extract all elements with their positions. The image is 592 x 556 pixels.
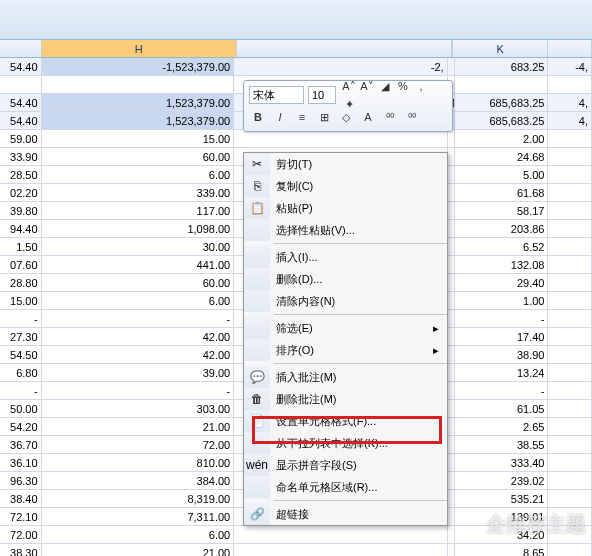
cell[interactable] [448, 58, 455, 75]
cell[interactable] [548, 256, 592, 273]
font-size-select[interactable] [308, 86, 336, 104]
cell[interactable] [548, 364, 592, 381]
cell[interactable]: 303.00 [42, 400, 235, 417]
cell[interactable] [548, 202, 592, 219]
cell[interactable]: 4, [548, 112, 592, 129]
cell[interactable] [548, 508, 592, 525]
cell[interactable]: 6.00 [42, 526, 235, 543]
menu-item[interactable]: 💬插入批注(M) [244, 366, 447, 388]
toolbar-button[interactable]: ⁰⁰ [381, 108, 399, 126]
cell[interactable]: 6.52 [455, 238, 549, 255]
cell[interactable] [548, 148, 592, 165]
cell[interactable] [234, 544, 447, 556]
cell[interactable] [448, 184, 455, 201]
menu-item[interactable]: ⎘复制(C) [244, 175, 447, 197]
cell[interactable] [548, 328, 592, 345]
cell[interactable]: 72.00 [0, 526, 42, 543]
cell[interactable] [448, 382, 455, 399]
menu-item[interactable]: 选择性粘贴(V)... [244, 219, 447, 241]
cell[interactable] [448, 130, 455, 147]
cell[interactable]: 139.01 [455, 508, 549, 525]
cell[interactable]: 2.65 [455, 418, 549, 435]
menu-item[interactable]: 插入(I)... [244, 246, 447, 268]
toolbar-button[interactable]: ◇ [337, 108, 355, 126]
menu-item[interactable]: 筛选(E)▸ [244, 317, 447, 339]
cell[interactable]: 24.68 [455, 148, 549, 165]
cell[interactable] [548, 346, 592, 363]
column-header[interactable]: H [42, 40, 237, 57]
toolbar-button[interactable]: I [271, 108, 289, 126]
cell[interactable] [448, 364, 455, 381]
toolbar-button[interactable]: ⊞ [315, 108, 333, 126]
cell[interactable]: - [455, 382, 549, 399]
cell[interactable]: - [0, 310, 42, 327]
cell[interactable] [548, 220, 592, 237]
toolbar-button[interactable]: A˄ [340, 77, 358, 95]
menu-item[interactable]: 清除内容(N) [244, 290, 447, 312]
cell[interactable]: 239.02 [455, 472, 549, 489]
cell[interactable] [548, 400, 592, 417]
cell[interactable]: 810.00 [42, 454, 235, 471]
cell[interactable]: 29.40 [455, 274, 549, 291]
cell[interactable] [548, 472, 592, 489]
cell[interactable]: 685,683.25 [455, 94, 549, 111]
cell[interactable]: 39.80 [0, 202, 42, 219]
cell[interactable] [448, 508, 455, 525]
cell[interactable]: 72.00 [42, 436, 235, 453]
cell[interactable] [548, 490, 592, 507]
cell[interactable] [448, 400, 455, 417]
cell[interactable] [448, 328, 455, 345]
cell[interactable] [448, 346, 455, 363]
cell[interactable]: 60.00 [42, 148, 235, 165]
cell[interactable] [0, 76, 42, 93]
cell[interactable]: 683.25 [455, 58, 549, 75]
cell[interactable] [234, 130, 447, 147]
cell[interactable] [448, 256, 455, 273]
cell[interactable]: - [42, 382, 235, 399]
cell[interactable]: 50.00 [0, 400, 42, 417]
cell[interactable]: 58.17 [455, 202, 549, 219]
cell[interactable] [448, 274, 455, 291]
cell[interactable] [448, 526, 455, 543]
cell[interactable]: 6.80 [0, 364, 42, 381]
cell[interactable]: 4, [548, 94, 592, 111]
cell[interactable]: 21.00 [42, 418, 235, 435]
cell[interactable]: 30.00 [42, 238, 235, 255]
cell[interactable]: 15.00 [42, 130, 235, 147]
cell[interactable] [42, 76, 235, 93]
cell[interactable] [455, 76, 549, 93]
cell[interactable]: 1.00 [455, 292, 549, 309]
table-row[interactable]: 38.3021.008.65 [0, 544, 592, 556]
cell[interactable]: 54.50 [0, 346, 42, 363]
cell[interactable] [548, 130, 592, 147]
cell[interactable]: 21.00 [42, 544, 235, 556]
column-header[interactable] [548, 40, 592, 57]
toolbar-button[interactable]: , [412, 77, 430, 95]
cell[interactable]: 117.00 [42, 202, 235, 219]
cell[interactable] [448, 472, 455, 489]
cell[interactable] [548, 418, 592, 435]
cell[interactable]: 1.50 [0, 238, 42, 255]
cell[interactable] [448, 310, 455, 327]
cell[interactable] [448, 202, 455, 219]
cell[interactable]: 8,319.00 [42, 490, 235, 507]
cell[interactable] [448, 418, 455, 435]
column-header[interactable] [0, 40, 42, 57]
cell[interactable] [548, 76, 592, 93]
cell[interactable]: 13.24 [455, 364, 549, 381]
cell[interactable]: 38.40 [0, 490, 42, 507]
toolbar-button[interactable]: B [249, 108, 267, 126]
toolbar-button[interactable]: ≡ [293, 108, 311, 126]
cell[interactable]: -4, [548, 58, 592, 75]
table-row[interactable]: 72.006.0034.20 [0, 526, 592, 544]
cell[interactable]: 38.90 [455, 346, 549, 363]
cell[interactable]: 42.00 [42, 346, 235, 363]
cell[interactable] [448, 238, 455, 255]
cell[interactable] [448, 490, 455, 507]
cell[interactable]: 132.08 [455, 256, 549, 273]
cell[interactable] [548, 166, 592, 183]
cell[interactable]: 17.40 [455, 328, 549, 345]
cell[interactable]: 339.00 [42, 184, 235, 201]
table-row[interactable]: 59.0015.002.00 [0, 130, 592, 148]
toolbar-button[interactable]: % [394, 77, 412, 95]
